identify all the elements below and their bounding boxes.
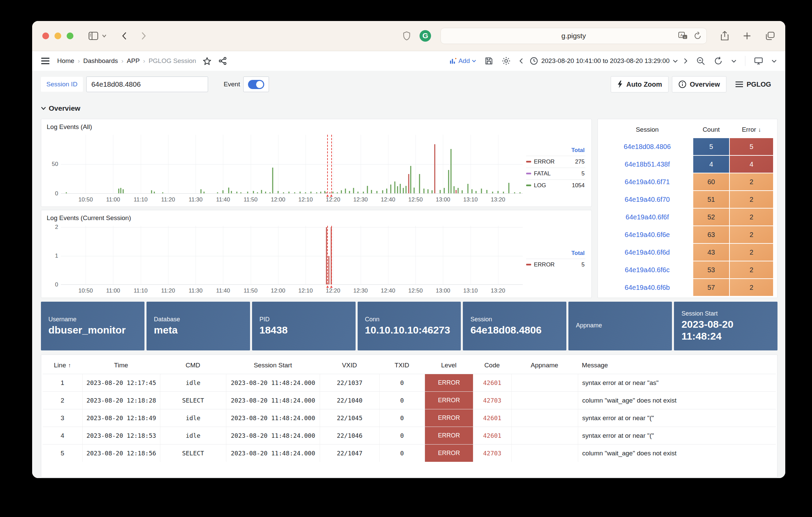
- time-range-text[interactable]: 2023-08-20 10:41:00 to 2023-08-20 13:29:…: [541, 57, 670, 65]
- back-button-icon[interactable]: [121, 31, 127, 40]
- legend-total-header[interactable]: Total: [526, 249, 585, 259]
- chart-bar-log: [316, 192, 317, 193]
- legend-item[interactable]: ERROR275: [526, 156, 585, 168]
- refresh-interval-chevron-icon[interactable]: [731, 60, 736, 63]
- x-tick-label: 12:50: [408, 287, 423, 294]
- auto-zoom-button[interactable]: Auto Zoom: [611, 76, 669, 92]
- pglog-menu-button[interactable]: PGLOG: [735, 81, 771, 88]
- legend-series-name[interactable]: LOG: [534, 182, 569, 189]
- time-range-chevron-icon[interactable]: [673, 60, 678, 63]
- legend-total-header[interactable]: Total: [526, 146, 585, 156]
- log-table-header-time[interactable]: Time: [82, 358, 160, 374]
- session-link[interactable]: 64e19a40.6f6b: [602, 279, 693, 296]
- session-table-header-error[interactable]: Error↓: [730, 123, 773, 137]
- legend-series-name[interactable]: ERROR: [534, 261, 579, 268]
- address-bar[interactable]: g.pigsty A x: [441, 28, 707, 44]
- session-link[interactable]: 64e19a40.6f6d: [602, 244, 693, 261]
- session-link[interactable]: 64e19a40.6f70: [602, 191, 693, 208]
- breadcrumb-dashboards[interactable]: Dashboards: [83, 57, 118, 65]
- session-link[interactable]: 64e18b51.438f: [602, 156, 693, 173]
- session-table-header-session[interactable]: Session: [602, 123, 693, 137]
- time-shift-back-icon[interactable]: [519, 58, 523, 64]
- event-toggle-pill[interactable]: [248, 80, 264, 89]
- log-table-header-level[interactable]: Level: [425, 358, 473, 374]
- log-table-header-line[interactable]: Line↑: [43, 358, 82, 374]
- tab-overview-icon[interactable]: [765, 31, 775, 41]
- chart-bar-log: [162, 192, 163, 193]
- session-link[interactable]: 64e19a40.6f6f: [602, 209, 693, 225]
- overview-button[interactable]: Overview: [672, 76, 726, 92]
- x-gridline: [168, 226, 168, 284]
- x-tick-label: 13:20: [491, 196, 505, 203]
- session-id-input[interactable]: [86, 77, 208, 92]
- overview-section-header[interactable]: Overview: [41, 102, 777, 115]
- privacy-shield-icon[interactable]: [403, 31, 411, 41]
- stat-value: 18438: [260, 324, 348, 336]
- breadcrumb-home[interactable]: Home: [57, 57, 74, 65]
- session-link[interactable]: 64e19a40.6f6c: [602, 261, 693, 278]
- session-link[interactable]: 64e19a40.6f71: [602, 173, 693, 190]
- log-table-header-txid[interactable]: TXID: [379, 358, 425, 374]
- legend-swatch-icon: [526, 161, 531, 163]
- sidebar-toggle-icon[interactable]: [88, 31, 98, 40]
- x-tick-label: 12:00: [271, 196, 286, 203]
- star-icon[interactable]: [203, 57, 211, 65]
- stat-value: 10.10.10.10:46273: [365, 324, 454, 336]
- close-window-button[interactable]: [42, 33, 49, 39]
- sidebar-chevron-icon[interactable]: [102, 34, 107, 38]
- log-cell-session_start: 2023-08-20 11:48:24.000: [226, 409, 320, 427]
- log-table-header-session-start[interactable]: Session Start: [226, 358, 320, 374]
- tv-mode-icon[interactable]: [754, 57, 763, 65]
- breadcrumb-app[interactable]: APP: [127, 57, 140, 65]
- stat-label: PID: [260, 316, 348, 323]
- log-table-header-appname[interactable]: Appname: [511, 358, 578, 374]
- x-gridline: [388, 226, 388, 284]
- share-icon[interactable]: [720, 31, 729, 41]
- settings-gear-icon[interactable]: [502, 57, 511, 65]
- session-link[interactable]: 64e18d08.4806: [602, 138, 693, 155]
- panel-title[interactable]: Log Events (Current Session): [47, 214, 587, 222]
- collapse-chevron-icon[interactable]: [41, 107, 46, 110]
- x-tick-label: 12:10: [298, 287, 313, 294]
- event-toggle[interactable]: [243, 77, 269, 92]
- browser-window: G g.pigsty A x: [32, 21, 785, 478]
- url-text[interactable]: g.pigsty: [469, 32, 678, 40]
- x-tick-label: 10:50: [78, 196, 93, 203]
- x-tick-label: 11:30: [188, 196, 202, 203]
- save-dashboard-icon[interactable]: [485, 57, 493, 65]
- grammarly-extension-icon[interactable]: G: [420, 30, 431, 42]
- legend-series-name[interactable]: ERROR: [534, 158, 572, 165]
- minimize-window-button[interactable]: [54, 33, 61, 39]
- stat-panel-session-start: Session Start2023-08-20 11:48:24: [674, 302, 777, 350]
- stat-panel-database: Databasemeta: [146, 302, 250, 350]
- time-shift-forward-icon[interactable]: [684, 58, 687, 64]
- legend-item[interactable]: FATAL5: [526, 168, 585, 179]
- x-tick-label: 11:20: [161, 287, 175, 294]
- log-table-header-code[interactable]: Code: [473, 358, 511, 374]
- translate-icon[interactable]: A x: [678, 31, 688, 40]
- refresh-icon[interactable]: [714, 57, 723, 65]
- legend-swatch-icon: [526, 185, 531, 186]
- new-tab-icon[interactable]: [743, 31, 751, 40]
- log-cell-appname: [511, 427, 578, 444]
- reload-icon[interactable]: [694, 31, 702, 40]
- menu-hamburger-icon[interactable]: [41, 58, 50, 64]
- zoom-out-icon[interactable]: [696, 57, 705, 65]
- y-gridline: [61, 227, 523, 228]
- log-table-header-cmd[interactable]: CMD: [160, 358, 226, 374]
- zoom-window-button[interactable]: [67, 33, 73, 39]
- forward-button-icon[interactable]: [141, 31, 146, 40]
- session-table-header-count[interactable]: Count: [693, 123, 729, 137]
- log-table-header-vxid[interactable]: VXID: [320, 358, 379, 374]
- legend-series-name[interactable]: FATAL: [534, 170, 579, 177]
- chart-bar-log: [467, 184, 468, 193]
- panel-title[interactable]: Log Events (All): [47, 123, 587, 131]
- legend-item[interactable]: ERROR5: [526, 259, 585, 271]
- legend-item[interactable]: LOG1054: [526, 179, 585, 191]
- stat-label: Session Start: [681, 310, 770, 317]
- tv-mode-chevron-icon[interactable]: [772, 60, 776, 63]
- add-button[interactable]: Add: [450, 57, 476, 65]
- share-dashboard-icon[interactable]: [219, 57, 227, 65]
- session-link[interactable]: 64e19a40.6f6e: [602, 226, 693, 243]
- log-table-header-message[interactable]: Message: [578, 358, 776, 374]
